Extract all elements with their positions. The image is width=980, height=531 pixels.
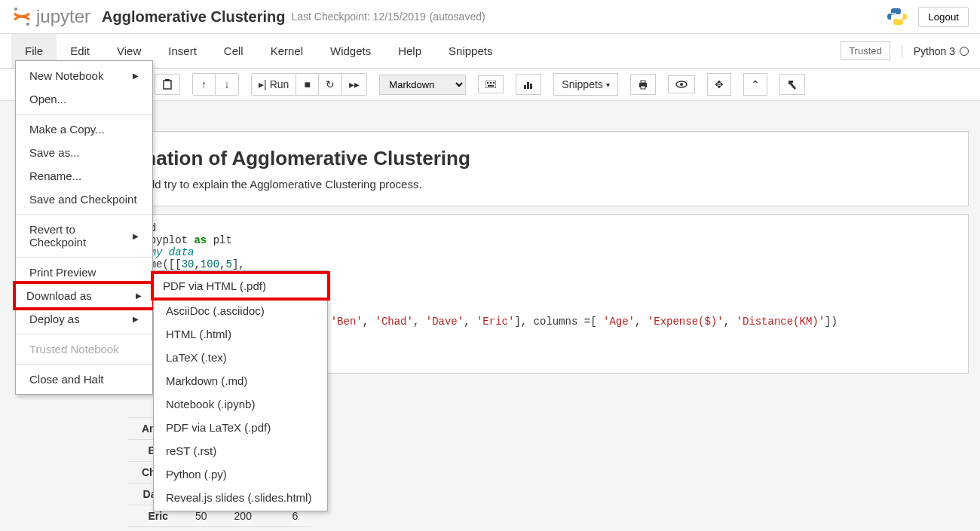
download-markdown[interactable]: Markdown (.md) xyxy=(154,369,327,392)
svg-rect-3 xyxy=(165,79,170,81)
chevron-down-icon: ▾ xyxy=(606,81,610,89)
logout-button[interactable]: Logout xyxy=(918,7,969,27)
code-line: rt matplotlib.pyplot as plt xyxy=(61,234,957,246)
print-button[interactable] xyxy=(630,74,656,95)
menu-kernel[interactable]: Kernel xyxy=(257,34,317,68)
menu-snippets[interactable]: Snippets xyxy=(435,34,506,68)
svg-rect-6 xyxy=(490,82,492,84)
svg-rect-10 xyxy=(527,82,529,89)
svg-rect-7 xyxy=(493,82,495,84)
move-button[interactable]: ✥ xyxy=(707,73,731,96)
file-menu-rename[interactable]: Rename... xyxy=(16,164,152,188)
svg-rect-2 xyxy=(164,81,171,89)
submenu-arrow-icon: ▶ xyxy=(136,291,142,300)
paste-button[interactable] xyxy=(155,74,180,95)
file-menu-dropdown: New Notebook ▶ Open... Make a Copy... Sa… xyxy=(15,60,153,395)
file-menu-close-halt[interactable]: Close and Halt xyxy=(16,368,152,391)
move-icon: ✥ xyxy=(715,78,724,90)
file-menu-new-notebook[interactable]: New Notebook ▶ xyxy=(16,64,152,87)
download-as-submenu: PDF via HTML (.pdf) AsciiDoc (.asciidoc)… xyxy=(153,270,328,511)
arrow-down-icon: ↓ xyxy=(225,78,230,90)
svg-point-16 xyxy=(680,83,683,86)
svg-rect-9 xyxy=(524,85,526,89)
jupyter-icon xyxy=(11,6,32,27)
eye-icon xyxy=(675,81,688,88)
kernel-name: Python 3 xyxy=(914,45,955,57)
file-menu-save-checkpoint[interactable]: Save and Checkpoint xyxy=(16,188,152,211)
download-rest[interactable]: reST (.rst) xyxy=(154,439,327,462)
file-menu-open[interactable]: Open... xyxy=(16,87,152,111)
download-asciidoc[interactable]: AsciiDoc (.asciidoc) xyxy=(154,299,327,322)
trusted-indicator[interactable]: Trusted xyxy=(841,41,890,60)
svg-rect-11 xyxy=(530,84,532,89)
snippets-label: Snippets xyxy=(562,78,602,90)
notebook-title[interactable]: Agglomerative Clustering xyxy=(102,8,285,26)
python-logo-icon xyxy=(887,7,907,26)
autosaved-text: (autosaved) xyxy=(430,11,485,23)
submenu-arrow-icon: ▶ xyxy=(133,72,139,80)
snippets-button[interactable]: Snippets ▾ xyxy=(553,73,617,96)
download-python[interactable]: Python (.py) xyxy=(154,462,327,486)
svg-point-0 xyxy=(14,8,17,11)
chart-button[interactable] xyxy=(516,74,541,95)
kernel-status-icon xyxy=(960,47,969,56)
svg-rect-8 xyxy=(488,85,494,87)
file-menu-revert[interactable]: Revert to Checkpoint ▶ xyxy=(16,218,152,254)
svg-rect-13 xyxy=(641,81,645,83)
code-line: eating the dummy data xyxy=(61,246,957,258)
svg-point-1 xyxy=(26,23,29,26)
collapse-up-icon: ⌃ xyxy=(751,78,760,90)
svg-rect-5 xyxy=(487,82,488,84)
jupyter-logo[interactable]: jupyter xyxy=(11,6,90,27)
file-menu-make-copy[interactable]: Make a Copy... xyxy=(16,117,152,141)
command-palette-button[interactable] xyxy=(478,75,504,93)
move-down-button[interactable]: ↓ xyxy=(216,74,238,95)
markdown-paragraph: notebook, I would try to explain the Agg… xyxy=(72,178,945,191)
submenu-arrow-icon: ▶ xyxy=(133,315,139,323)
run-button[interactable]: ▸| Run xyxy=(252,74,296,95)
print-icon xyxy=(638,79,648,90)
fast-forward-button[interactable]: ▸▸ xyxy=(342,74,366,95)
download-html[interactable]: HTML (.html) xyxy=(154,322,327,346)
arrow-up-icon: ↑ xyxy=(201,78,207,90)
run-icon: ▸| xyxy=(259,78,267,90)
file-menu-download-as[interactable]: Download as ▶ xyxy=(13,281,155,310)
jupyter-text: jupyter xyxy=(36,6,90,27)
kernel-indicator[interactable]: Python 3 xyxy=(902,45,969,57)
collapse-up-button[interactable]: ⌃ xyxy=(743,73,767,96)
download-reveal[interactable]: Reveal.js slides (.slides.html) xyxy=(154,486,327,509)
code-line: rt pandas as pd xyxy=(61,222,957,234)
menu-cell[interactable]: Cell xyxy=(210,34,257,68)
keyboard-icon xyxy=(485,81,496,88)
menu-insert[interactable]: Insert xyxy=(155,34,210,68)
download-pdf-latex[interactable]: PDF via LaTeX (.pdf) xyxy=(154,416,327,439)
celltype-select[interactable]: Markdown xyxy=(379,75,466,95)
file-menu-trusted-notebook: Trusted Notebook xyxy=(16,337,152,361)
preview-button[interactable] xyxy=(668,75,695,93)
file-menu-save-as[interactable]: Save as... xyxy=(16,141,152,164)
fast-forward-icon: ▸▸ xyxy=(349,78,360,90)
stop-button[interactable]: ■ xyxy=(296,74,319,95)
menu-help[interactable]: Help xyxy=(384,34,435,68)
restart-icon: ↻ xyxy=(326,78,335,90)
paste-icon xyxy=(162,79,173,90)
file-menu-deploy-as[interactable]: Deploy as ▶ xyxy=(16,307,152,331)
markdown-heading: rt Explanation of Agglomerative Clusteri… xyxy=(72,147,945,170)
menu-widgets[interactable]: Widgets xyxy=(317,34,384,68)
checkpoint-text: Last Checkpoint: 12/15/2019 xyxy=(291,11,425,23)
move-up-button[interactable]: ↑ xyxy=(193,74,216,95)
run-label: Run xyxy=(270,78,289,90)
svg-rect-14 xyxy=(641,86,645,89)
download-pdf-html[interactable]: PDF via HTML (.pdf) xyxy=(151,271,330,301)
submenu-arrow-icon: ▶ xyxy=(133,232,139,240)
hammer-icon xyxy=(787,79,798,90)
restart-button[interactable]: ↻ xyxy=(319,74,342,95)
markdown-cell[interactable]: rt Explanation of Agglomerative Clusteri… xyxy=(49,131,969,206)
notebook-header: jupyter Agglomerative Clustering Last Ch… xyxy=(0,0,980,34)
code-line: v = pd.DataFrame([[30,100,5], xyxy=(61,258,957,270)
stop-icon: ■ xyxy=(305,78,311,90)
tool-button[interactable] xyxy=(779,74,805,95)
download-latex[interactable]: LaTeX (.tex) xyxy=(154,346,327,369)
chart-icon xyxy=(523,79,534,90)
download-notebook[interactable]: Notebook (.ipynb) xyxy=(154,392,327,416)
